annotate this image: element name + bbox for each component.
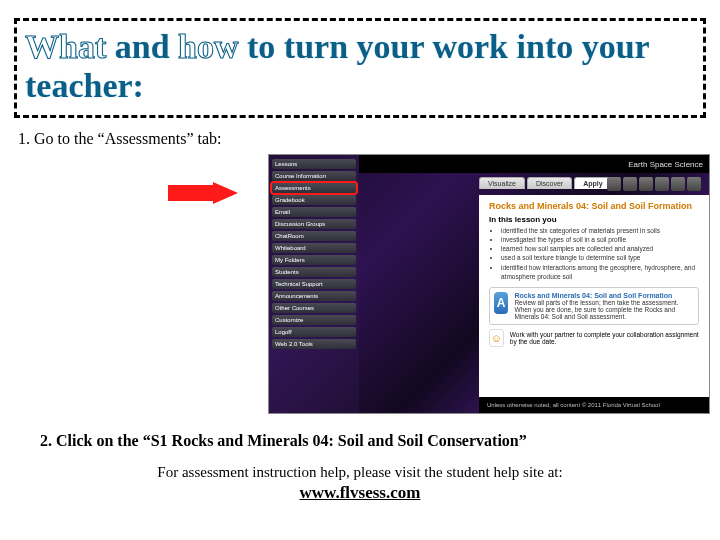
- title-word-and: and: [106, 28, 178, 65]
- title-word-how: how: [178, 28, 238, 65]
- sidebar-item-customize[interactable]: Customize: [272, 315, 356, 325]
- sidebar-item-web20[interactable]: Web 2.0 Tools: [272, 339, 356, 349]
- sidebar-item-chatroom[interactable]: ChatRoom: [272, 231, 356, 241]
- partner-text: Work with your partner to complete your …: [510, 331, 699, 345]
- sidebar-item-whiteboard[interactable]: Whiteboard: [272, 243, 356, 253]
- step-2-text: 2. Click on the “S1 Rocks and Minerals 0…: [40, 432, 720, 450]
- lms-sidebar: Lessons Course Information Assessments G…: [269, 155, 359, 413]
- title-word-what: What: [25, 28, 106, 65]
- bullet-item: investigated the types of soil in a soil…: [501, 235, 699, 244]
- lms-tool-icons: [607, 177, 701, 191]
- arrow-column: [18, 154, 268, 414]
- assessment-badge-icon: A: [494, 292, 508, 314]
- partner-row: ☺ Work with your partner to complete you…: [489, 329, 699, 347]
- sidebar-item-lessons[interactable]: Lessons: [272, 159, 356, 169]
- lms-screenshot: Earth Space Science Lessons Course Infor…: [268, 154, 710, 414]
- sidebar-item-logoff[interactable]: Logoff: [272, 327, 356, 337]
- sidebar-item-assessments[interactable]: Assessments: [272, 183, 356, 193]
- page-title: What and how to turn your work into your…: [25, 27, 695, 105]
- lms-topbar: Earth Space Science: [359, 155, 709, 173]
- sidebar-item-discussion[interactable]: Discussion Groups: [272, 219, 356, 229]
- tool-icon[interactable]: [607, 177, 621, 191]
- lms-footer: Unless otherwise noted, all content © 20…: [479, 397, 709, 413]
- svg-marker-0: [168, 182, 238, 204]
- tool-icon[interactable]: [687, 177, 701, 191]
- help-instruction-text: For assessment instruction help, please …: [0, 464, 720, 481]
- bullet-item: learned how soil samples are collected a…: [501, 244, 699, 253]
- tool-icon[interactable]: [671, 177, 685, 191]
- assessment-card-line2: When you are done, be sure to complete t…: [514, 306, 675, 320]
- screenshot-row: Earth Space Science Lessons Course Infor…: [18, 154, 710, 414]
- tab-apply[interactable]: Apply: [574, 177, 611, 189]
- course-name-label: Earth Space Science: [628, 160, 703, 169]
- step-1-text: 1. Go to the “Assessments” tab:: [18, 130, 720, 148]
- lesson-bullets: identified the six categories of materia…: [501, 226, 699, 281]
- sidebar-item-course-info[interactable]: Course Information: [272, 171, 356, 181]
- lesson-title: Rocks and Minerals 04: Soil and Soil For…: [489, 201, 699, 211]
- sidebar-item-gradebook[interactable]: Gradebook: [272, 195, 356, 205]
- copyright-text: Unless otherwise noted, all content © 20…: [487, 402, 660, 408]
- tab-visualize[interactable]: Visualize: [479, 177, 525, 189]
- assessment-card-text: Rocks and Minerals 04: Soil and Soil For…: [514, 292, 694, 320]
- assessment-card-title: Rocks and Minerals 04: Soil and Soil For…: [514, 292, 672, 299]
- sidebar-item-email[interactable]: Email: [272, 207, 356, 217]
- lms-content-panel: Rocks and Minerals 04: Soil and Soil For…: [479, 195, 709, 413]
- title-box: What and how to turn your work into your…: [14, 18, 706, 118]
- sidebar-item-techsupport[interactable]: Technical Support: [272, 279, 356, 289]
- sidebar-item-announcements[interactable]: Announcements: [272, 291, 356, 301]
- bullet-item: identified the six categories of materia…: [501, 226, 699, 235]
- red-arrow-icon: [168, 182, 238, 204]
- partner-icon: ☺: [489, 329, 504, 347]
- bullet-item: identified how interactions among the ge…: [501, 263, 699, 281]
- help-site-link[interactable]: www.flvsess.com: [0, 483, 720, 503]
- sidebar-item-othercourses[interactable]: Other Courses: [272, 303, 356, 313]
- tool-icon[interactable]: [639, 177, 653, 191]
- lms-tabs: Visualize Discover Apply: [479, 177, 612, 189]
- section-heading: In this lesson you: [489, 215, 699, 224]
- bullet-item: used a soil texture triangle to determin…: [501, 253, 699, 262]
- tab-discover[interactable]: Discover: [527, 177, 572, 189]
- tool-icon[interactable]: [623, 177, 637, 191]
- tool-icon[interactable]: [655, 177, 669, 191]
- assessment-card-line1: Review all parts of the lesson; then tak…: [514, 299, 678, 306]
- sidebar-item-myfolders[interactable]: My Folders: [272, 255, 356, 265]
- assessment-card[interactable]: A Rocks and Minerals 04: Soil and Soil F…: [489, 287, 699, 325]
- sidebar-item-students[interactable]: Students: [272, 267, 356, 277]
